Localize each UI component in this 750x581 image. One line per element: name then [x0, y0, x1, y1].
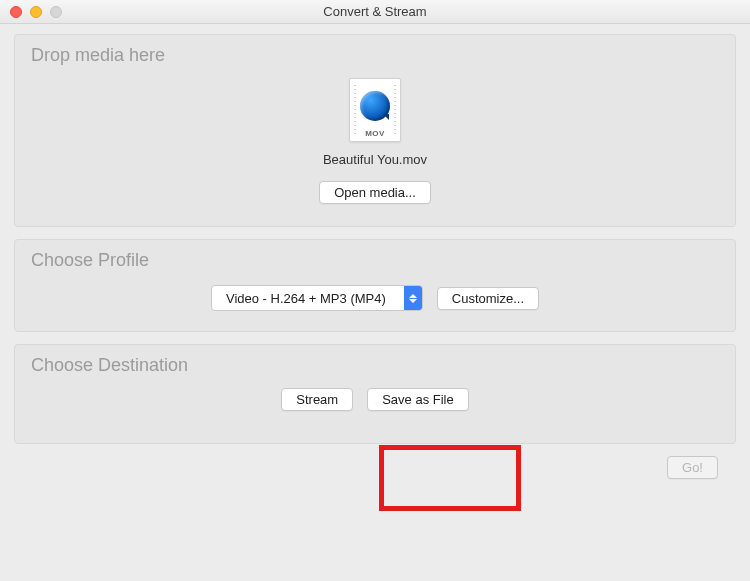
drop-media-heading: Drop media here	[31, 45, 719, 66]
window-title: Convert & Stream	[0, 4, 750, 19]
save-as-file-button[interactable]: Save as File	[367, 388, 469, 411]
media-filename: Beautiful You.mov	[31, 152, 719, 167]
stream-button[interactable]: Stream	[281, 388, 353, 411]
choose-profile-heading: Choose Profile	[31, 250, 719, 271]
quicktime-icon	[360, 91, 390, 121]
drop-media-section: Drop media here MOV Beautiful You.mov Op…	[14, 34, 736, 227]
footer: Go!	[14, 456, 736, 479]
titlebar: Convert & Stream	[0, 0, 750, 24]
go-button[interactable]: Go!	[667, 456, 718, 479]
choose-destination-heading: Choose Destination	[31, 355, 719, 376]
choose-profile-section: Choose Profile Video - H.264 + MP3 (MP4)…	[14, 239, 736, 332]
media-file-icon: MOV	[349, 78, 401, 142]
open-media-button[interactable]: Open media...	[319, 181, 431, 204]
profile-select-value: Video - H.264 + MP3 (MP4)	[212, 286, 404, 310]
profile-select[interactable]: Video - H.264 + MP3 (MP4)	[211, 285, 423, 311]
drop-area[interactable]: MOV Beautiful You.mov Open media...	[31, 74, 719, 204]
file-ext-label: MOV	[350, 129, 400, 138]
customize-profile-button[interactable]: Customize...	[437, 287, 539, 310]
select-stepper-icon	[404, 286, 422, 310]
choose-destination-section: Choose Destination Stream Save as File	[14, 344, 736, 444]
